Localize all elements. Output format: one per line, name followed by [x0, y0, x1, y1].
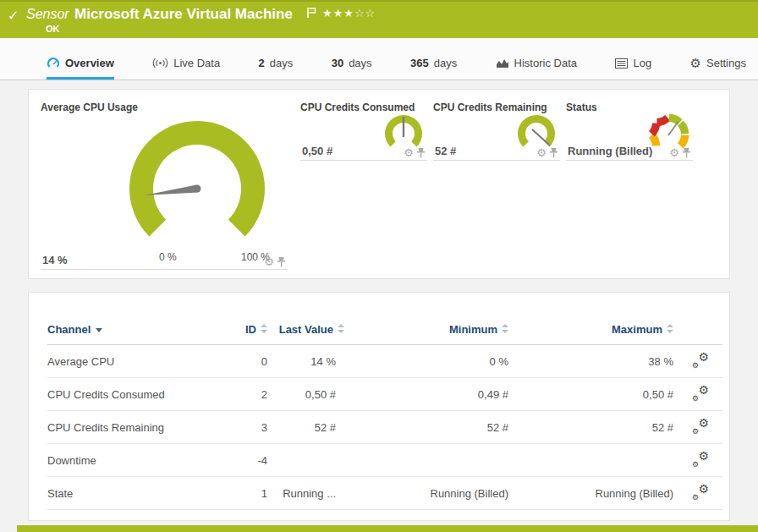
gauge-tile-credits-consumed: CPU Credits Consumed 0,50 # ⚙	[300, 98, 427, 161]
channel-last-value	[267, 444, 348, 477]
gear-icon: ⚙	[690, 58, 701, 69]
gauges-panel: Average CPU Usage 0 % 100 % 14 % ⚙ CPU C…	[28, 89, 730, 279]
edit-channel-icon[interactable]: ⚙⚙	[692, 419, 709, 433]
log-icon	[615, 58, 628, 69]
tab-overview[interactable]: Overview	[47, 57, 114, 80]
channel-id: 2	[217, 378, 267, 411]
sort-icon[interactable]	[338, 324, 344, 333]
gauge-value: 52 #	[435, 145, 456, 157]
table-row[interactable]: Downtime -4 ⚙⚙	[47, 444, 722, 477]
tab-overview-label: Overview	[65, 57, 114, 69]
gauge-settings-icon[interactable]: ⚙	[536, 148, 547, 158]
channel-last-value: 14 %	[267, 345, 348, 378]
edit-channel-icon[interactable]: ⚙⚙	[692, 452, 709, 466]
channel-last-value: 0,50 #	[267, 378, 348, 411]
stars-filled: ★★★	[322, 7, 354, 19]
edit-channel-icon[interactable]: ⚙⚙	[692, 485, 709, 499]
pin-icon[interactable]	[277, 256, 286, 267]
table-row[interactable]: Average CPU 0 14 % 0 % 38 % ⚙⚙	[47, 345, 722, 378]
tab-365-days-number: 365	[410, 57, 429, 69]
tab-live-data[interactable]: Live Data	[152, 57, 220, 80]
tab-historic-data[interactable]: Historic Data	[496, 57, 577, 80]
tab-bar: Overview Live Data 2 days 30 days 365 da…	[0, 38, 758, 80]
gauge-value: 0,50 #	[302, 145, 332, 157]
gauge-tile-credits-remaining: CPU Credits Remaining 52 # ⚙	[433, 98, 560, 161]
channel-minimum: Running (Billed)	[348, 477, 508, 510]
column-header-minimum-label: Minimum	[449, 323, 497, 336]
flag-icon[interactable]	[306, 7, 317, 23]
table-row[interactable]: CPU Credits Consumed 2 0,50 # 0,49 # 0,5…	[47, 378, 722, 411]
column-header-last-value[interactable]: Last Value	[267, 320, 348, 345]
channels-panel: Channel ID Last Value Minimum Maximum Av…	[28, 292, 730, 521]
column-header-maximum-label: Maximum	[612, 323, 662, 336]
tab-365-days[interactable]: 365 days	[410, 57, 457, 80]
channel-maximum: 0,50 #	[508, 378, 673, 411]
column-header-id-label: ID	[245, 323, 256, 336]
tab-2-days-unit: days	[270, 57, 293, 69]
tab-2-days-number: 2	[259, 57, 265, 69]
gauge-icon	[47, 57, 60, 69]
gauge-tile-status: Status Running (Billed) ⚙	[566, 98, 693, 161]
sort-icon[interactable]	[667, 324, 673, 333]
column-header-maximum[interactable]: Maximum	[508, 320, 673, 345]
priority-stars[interactable]: ★★★☆☆	[322, 7, 376, 19]
channel-last-value: Running ...	[267, 477, 348, 510]
edit-channel-icon[interactable]: ⚙⚙	[692, 386, 709, 400]
channel-maximum: 52 #	[508, 411, 673, 444]
section-band	[17, 525, 758, 532]
table-row[interactable]: State 1 Running ... Running (Billed) Run…	[47, 477, 722, 510]
tab-30-days-number: 30	[332, 57, 343, 69]
column-header-minimum[interactable]: Minimum	[348, 320, 508, 345]
channel-name[interactable]: Downtime	[47, 444, 217, 477]
channel-id: -4	[217, 444, 267, 477]
sort-desc-icon	[96, 328, 102, 332]
channel-minimum	[348, 444, 508, 477]
channel-maximum	[508, 444, 673, 477]
channel-name[interactable]: CPU Credits Remaining	[47, 411, 217, 444]
tab-2-days[interactable]: 2 days	[259, 57, 294, 80]
channel-minimum: 0 %	[348, 345, 508, 378]
column-header-channel[interactable]: Channel	[47, 320, 217, 345]
channel-name[interactable]: Average CPU	[47, 345, 217, 378]
pin-icon[interactable]	[549, 147, 558, 158]
tab-settings-label: Settings	[706, 57, 746, 69]
object-kind-label: Sensor	[26, 7, 69, 22]
column-header-tools	[673, 320, 722, 345]
sort-icon[interactable]	[261, 324, 267, 333]
channel-name[interactable]: State	[47, 477, 217, 510]
gauge-value: Running (Billed)	[568, 145, 652, 157]
tab-30-days-unit: days	[349, 57, 371, 69]
tab-365-days-unit: days	[434, 57, 457, 69]
status-check-icon: ✓	[8, 8, 19, 24]
gauge-settings-icon[interactable]: ⚙	[669, 148, 679, 158]
channel-id: 0	[217, 345, 267, 378]
gauge-tile-average-cpu: Average CPU Usage 0 % 100 % 14 % ⚙	[41, 98, 288, 270]
broadcast-icon	[152, 58, 168, 69]
tab-live-data-label: Live Data	[173, 57, 220, 69]
channel-minimum: 0,49 #	[348, 378, 508, 411]
channel-maximum: Running (Billed)	[508, 477, 673, 510]
channel-minimum: 52 #	[348, 411, 508, 444]
column-header-id[interactable]: ID	[217, 320, 267, 345]
sort-icon[interactable]	[502, 324, 508, 333]
channels-table: Channel ID Last Value Minimum Maximum Av…	[47, 320, 722, 510]
gauge-settings-icon[interactable]: ⚙	[264, 257, 274, 267]
pin-icon[interactable]	[682, 147, 691, 158]
edit-channel-icon[interactable]: ⚙⚙	[692, 353, 709, 367]
channel-last-value: 52 #	[267, 411, 348, 444]
table-row[interactable]: CPU Credits Remaining 3 52 # 52 # 52 # ⚙…	[47, 411, 722, 444]
area-chart-icon	[496, 58, 509, 69]
gauge-settings-icon[interactable]: ⚙	[404, 148, 414, 158]
pin-icon[interactable]	[416, 147, 426, 158]
tab-settings[interactable]: ⚙ Settings	[690, 57, 746, 80]
average-cpu-gauge	[113, 108, 282, 261]
channel-name[interactable]: CPU Credits Consumed	[47, 378, 217, 411]
channel-id: 3	[217, 411, 267, 444]
channel-maximum: 38 %	[508, 345, 673, 378]
sensor-header: ✓ Sensor Microsoft Azure Virtual Machine…	[0, 0, 758, 38]
tab-log-label: Log	[633, 57, 651, 69]
stars-empty: ☆☆	[354, 7, 376, 19]
tab-log[interactable]: Log	[615, 57, 651, 80]
tab-30-days[interactable]: 30 days	[332, 57, 372, 80]
page-title: Microsoft Azure Virtual Machine	[74, 6, 293, 23]
